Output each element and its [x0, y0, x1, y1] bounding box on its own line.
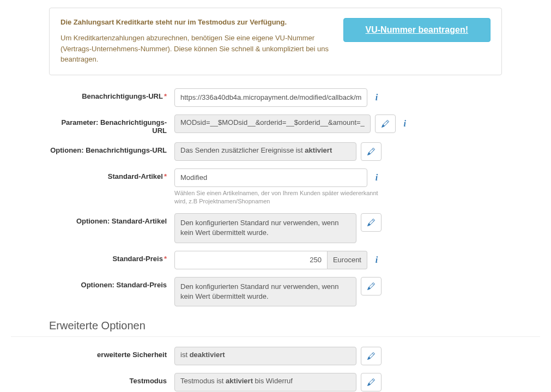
label-std-price-opts: Optionen: Standard-Preis — [49, 277, 174, 289]
std-price-opts-value: Den konfigurierten Standard nur verwende… — [174, 277, 356, 306]
pencil-icon — [367, 352, 375, 360]
vu-request-button[interactable]: VU-Nummer beantragen! — [343, 18, 491, 42]
info-icon[interactable]: i — [372, 251, 382, 269]
label-ext-security: erweiterte Sicherheit — [49, 347, 174, 359]
notify-param-value: MODsid=__$MODsid__&orderid=__$orderid__&… — [174, 114, 371, 133]
notify-opts-value: Das Senden zusätzlicher Ereignisse ist a… — [174, 142, 356, 161]
label-std-article: Standard-Artikel* — [49, 168, 174, 180]
std-article-input[interactable] — [174, 168, 367, 187]
pencil-icon — [367, 219, 375, 226]
edit-button[interactable] — [361, 347, 382, 365]
edit-button[interactable] — [361, 277, 382, 295]
testmode-value: Testmodus ist aktiviert bis Widerruf — [174, 373, 356, 391]
label-notify-url: Benachrichtigungs-URL* — [49, 88, 174, 100]
vu-alert-text: Die Zahlungsart Kreditkarte steht nur im… — [60, 18, 332, 65]
vu-alert-desc: Um Kreditkartenzahlungen abzurechnen, be… — [60, 33, 332, 65]
edit-button[interactable] — [361, 142, 382, 161]
edit-button[interactable] — [375, 114, 396, 133]
info-icon[interactable]: i — [372, 168, 382, 187]
std-price-unit: Eurocent — [328, 251, 367, 269]
vu-alert: Die Zahlungsart Kreditkarte steht nur im… — [49, 8, 502, 75]
info-icon[interactable]: i — [372, 88, 382, 107]
info-icon[interactable]: i — [400, 114, 410, 133]
edit-button[interactable] — [361, 373, 382, 391]
section-extended-options: Erweiterte Optionen — [11, 314, 540, 337]
label-notify-param: Parameter: Benachrichtigungs-URL — [49, 114, 174, 135]
pencil-icon — [382, 120, 389, 128]
std-price-input[interactable] — [174, 251, 328, 269]
label-testmode: Testmodus — [49, 373, 174, 385]
label-notify-opts: Optionen: Benachrichtigungs-URL — [49, 142, 174, 154]
pencil-icon — [367, 282, 375, 290]
edit-button[interactable] — [361, 213, 382, 232]
std-article-help: Wählen Sie einen Artikelnamen, der von I… — [174, 189, 382, 206]
label-std-price: Standard-Preis* — [49, 251, 174, 263]
std-article-opts-value: Den konfigurierten Standard nur verwende… — [174, 213, 356, 243]
label-std-article-opts: Optionen: Standard-Artikel — [49, 213, 174, 225]
pencil-icon — [367, 378, 375, 386]
notify-url-input[interactable] — [174, 88, 367, 107]
vu-alert-title: Die Zahlungsart Kreditkarte steht nur im… — [60, 18, 332, 26]
pencil-icon — [367, 148, 375, 155]
ext-security-value: ist deaktiviert — [174, 347, 356, 365]
